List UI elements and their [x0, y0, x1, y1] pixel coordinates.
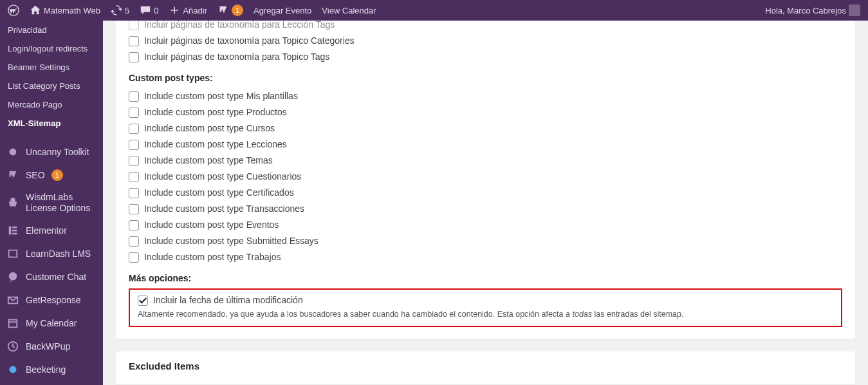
checkbox-row: Include custom post type Temas — [129, 153, 842, 169]
sidebar-item-beeketing[interactable]: Beeketing — [0, 358, 103, 381]
mail-icon — [6, 294, 19, 306]
yoast-icon — [6, 169, 19, 182]
sidebar-item-my-calendar[interactable]: My Calendar — [0, 312, 103, 335]
sidebar-item-xml-sitemap[interactable]: XML-Sitemap — [0, 114, 103, 133]
beeketing-icon — [6, 363, 19, 376]
checkbox-label[interactable]: Include custom post type Certificados — [144, 187, 294, 198]
sidebar-item-privacidad[interactable]: Privacidad — [0, 21, 103, 39]
avatar — [849, 5, 860, 16]
sidebar-item-list-category[interactable]: List Category Posts — [0, 77, 103, 95]
checkbox-cpt-cuestionarios[interactable] — [129, 172, 139, 182]
comment-icon — [140, 5, 151, 16]
wp-logo[interactable] — [5, 5, 22, 16]
sidebar-item-mercado-pago[interactable]: Mercado Pago — [0, 95, 103, 114]
calendar-icon — [6, 317, 19, 330]
checkbox-cpt-essays[interactable] — [129, 236, 139, 247]
checkbox-label[interactable]: Incluir la fecha de última modificación — [153, 295, 303, 305]
checkbox-label[interactable]: Include custom post type Transacciones — [144, 203, 304, 214]
checkbox-label[interactable]: Include custom post type Mis plantillas — [144, 91, 298, 101]
checkbox-label[interactable]: Include custom post type Cursos — [144, 123, 275, 133]
more-options-heading: Más opciones: — [129, 273, 842, 283]
license-icon — [6, 196, 19, 209]
svg-rect-2 — [9, 226, 12, 234]
sidebar-item-beamer[interactable]: Beamer Settings — [0, 58, 103, 77]
checkbox-label[interactable]: Include custom post type Trabajos — [144, 252, 281, 262]
sidebar-item-label: WisdmLabs License Options — [26, 192, 97, 214]
sidebar-item-label: Beamer Settings — [8, 62, 69, 72]
sidebar-item-learndash[interactable]: LearnDash LMS — [0, 242, 103, 265]
checkbox-label[interactable]: Include custom post type Temas — [144, 155, 273, 165]
checkbox-row: Include custom post type Cursos — [129, 120, 842, 136]
checkbox-row: Include custom post type Trabajos — [129, 249, 842, 265]
yoast-icon — [217, 5, 229, 16]
option-description: Altamente recomendado, ya que ayuda a lo… — [138, 308, 833, 321]
comments-link[interactable]: 0 — [137, 5, 161, 16]
checkbox-label[interactable]: Incluir páginas de taxonomía para Topico… — [144, 52, 329, 62]
account-link[interactable]: Hola, Marco Cabrejos — [762, 5, 863, 16]
checkbox-cpt-cursos[interactable] — [129, 124, 139, 134]
add-new-link[interactable]: Añadir — [166, 5, 210, 16]
sidebar-item-uncanny[interactable]: Uncanny Toolkit — [0, 140, 103, 164]
sidebar-item-label: Customer Chat — [26, 272, 86, 282]
checkbox-row: Include custom post type Productos — [129, 104, 842, 120]
checkbox-cpt-transacciones[interactable] — [129, 204, 139, 214]
view-calendar-link[interactable]: View Calendar — [319, 6, 378, 15]
checkbox-row: Include custom post type Certificados — [129, 185, 842, 201]
sidebar-item-loco-translate[interactable]: Loco Translate — [0, 381, 103, 385]
checkbox-cpt-eventos[interactable] — [129, 220, 139, 230]
sidebar-item-elementor[interactable]: Elementor — [0, 219, 103, 242]
checkbox-label[interactable]: Include custom post type Submitted Essay… — [144, 236, 319, 246]
site-link[interactable]: Matemath Web — [27, 5, 103, 16]
sidebar-item-wisdmlabs[interactable]: WisdmLabs License Options — [0, 187, 103, 219]
checkbox-label[interactable]: Incluir páginas de taxonomía para Topico… — [144, 35, 355, 46]
main-content: Incluir páginas de taxonomía para Lecció… — [103, 21, 868, 385]
plus-icon — [169, 5, 180, 16]
yoast-link[interactable]: 1 — [215, 5, 246, 16]
sidebar-item-seo[interactable]: SEO 1 — [0, 164, 103, 187]
sidebar-item-label: Uncanny Toolkit — [26, 147, 89, 157]
sidebar-item-backwpup[interactable]: BackWPup — [0, 335, 103, 358]
greeting-text: Hola, Marco Cabrejos — [765, 6, 846, 15]
sidebar-item-label: GetResponse — [26, 295, 81, 305]
yoast-badge: 1 — [232, 5, 243, 16]
checkbox-cpt-lecciones[interactable] — [129, 140, 139, 150]
checkbox-label[interactable]: Incluir páginas de taxonomía para Lecció… — [144, 21, 335, 30]
checkbox-row: Incluir páginas de taxonomía para Topico… — [129, 33, 842, 49]
checkbox-cpt-certificados[interactable] — [129, 188, 139, 198]
checkbox-label[interactable]: Include custom post type Cuestionarios — [144, 171, 301, 182]
checkbox-label[interactable]: Include custom post type Productos — [144, 107, 287, 117]
checkbox-tax-topico-tags[interactable] — [129, 52, 139, 62]
desc-text-after: las entradas del sitemap. — [592, 310, 683, 319]
sidebar-item-getresponse[interactable]: GetResponse — [0, 288, 103, 312]
sidebar-item-login-redirects[interactable]: Login/logout redirects — [0, 39, 103, 58]
add-event-link[interactable]: Agregar Evento — [251, 6, 314, 15]
checkbox-row: Incluir la fecha de última modificación — [138, 295, 833, 306]
checkbox-include-lastmod[interactable] — [138, 296, 148, 306]
checkbox-tax-topico-cat[interactable] — [129, 36, 139, 46]
checkbox-tax-leccion-tags[interactable] — [129, 21, 139, 30]
updates-link[interactable]: 5 — [108, 5, 132, 16]
home-icon — [30, 5, 41, 16]
sidebar-item-label: BackWPup — [26, 341, 70, 352]
add-new-label: Añadir — [183, 6, 207, 15]
checkbox-row: Include custom post type Lecciones — [129, 136, 842, 153]
checkbox-row: Include custom post type Mis plantillas — [129, 88, 842, 104]
seo-badge: 1 — [51, 169, 63, 181]
desc-text-before: Altamente recomendado, ya que ayuda a lo… — [138, 310, 572, 319]
sidebar-item-customer-chat[interactable]: Customer Chat — [0, 265, 103, 288]
sidebar-item-label: Mercado Pago — [8, 100, 62, 109]
checkbox-row: Incluir páginas de taxonomía para Lecció… — [129, 21, 842, 33]
excluded-items-panel: Excluded Items — [116, 352, 855, 384]
checkbox-label[interactable]: Include custom post type Lecciones — [144, 139, 287, 149]
sidebar-item-label: List Category Posts — [8, 81, 80, 91]
messenger-icon — [6, 270, 19, 283]
checkbox-cpt-productos[interactable] — [129, 108, 139, 118]
svg-rect-6 — [9, 250, 17, 257]
checkbox-cpt-temas[interactable] — [129, 156, 139, 166]
site-name: Matemath Web — [44, 6, 100, 15]
checkbox-cpt-plantillas[interactable] — [129, 91, 139, 102]
checkbox-cpt-trabajos[interactable] — [129, 252, 139, 263]
highlighted-option: Incluir la fecha de última modificación … — [129, 288, 842, 327]
svg-rect-9 — [9, 319, 17, 327]
checkbox-label[interactable]: Include custom post type Eventos — [144, 220, 279, 230]
